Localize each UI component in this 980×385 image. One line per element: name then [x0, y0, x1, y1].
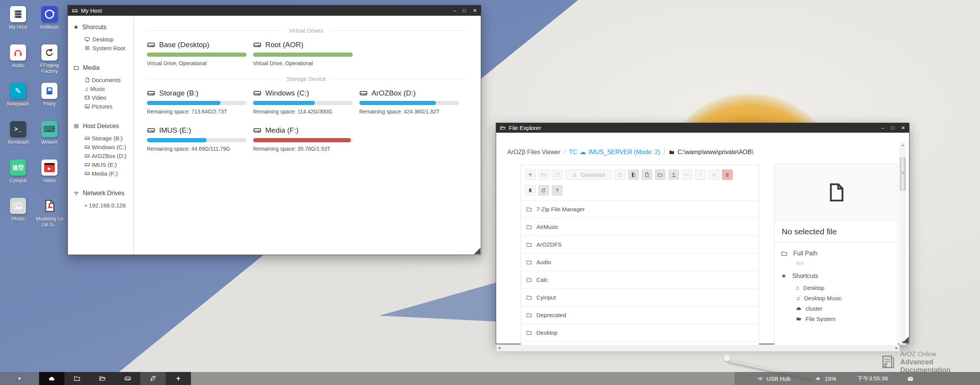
taskbar-cloud-button[interactable] [39, 372, 64, 385]
open-in-new-window-button[interactable] [552, 169, 562, 180]
drive-card-storage-b[interactable]: Storage (B:) Remaining space: 713.64G/2.… [147, 89, 253, 115]
file-row[interactable]: Cyinput [521, 289, 759, 306]
taskbar-collapse-button[interactable]: ▼ [0, 372, 39, 385]
mail-icon [907, 375, 914, 382]
drive-card-imus-e[interactable]: IMUS (E:) Remaining space: 44.69G/111.79… [147, 126, 253, 152]
shortcuts-row: ★ Shortcuts [774, 269, 898, 283]
desktop-icon-modeling-pdf[interactable]: Modeling Lo cal G... [34, 198, 65, 236]
drive-card-windows-c[interactable]: Windows (C:) Remaining space: 114.42G/30… [253, 89, 359, 115]
breadcrumb-server-link[interactable]: TC ☁ IMUS_SERVER (Mode: 2) [569, 148, 660, 156]
scrollbar-thumb[interactable] [900, 158, 906, 191]
horizontal-scrollbar[interactable]: ◀ ▶ [497, 345, 899, 351]
close-button[interactable]: ✕ [473, 8, 477, 13]
desktop-icon-cyinput[interactable]: 速型 Cyinput [2, 160, 34, 198]
taskbar-my-host-button[interactable] [115, 372, 140, 385]
file-row[interactable]: 7-Zip File Manager [521, 201, 759, 218]
folder-icon [526, 295, 532, 301]
my-host-titlebar[interactable]: My Host – □ ✕ [68, 5, 481, 16]
full-path-row: Full Path [774, 247, 898, 260]
drive-card-arozbox-d[interactable]: ArOZBox (D:) Remaining space: 424.36G/1.… [359, 89, 465, 115]
sidebar-item-imus-e[interactable]: IMUS (E:) [73, 160, 133, 169]
drive-card-media-f[interactable]: Media (F:) Remaining space: 35.78G/1.53T [253, 126, 359, 152]
file-explorer-titlebar[interactable]: File Explorer – □ ✕ [496, 123, 909, 133]
desktop-icon-filary[interactable]: Filary [34, 83, 65, 121]
sidebar-item-pictures[interactable]: Pictures [73, 102, 133, 111]
file-row[interactable]: Calc [521, 271, 759, 289]
sidebar-item-system-root[interactable]: System Root [73, 44, 133, 53]
usb-hub-indicator[interactable]: USB Hub [757, 375, 791, 382]
sidebar-item-music[interactable]: ♫ Music [73, 84, 133, 93]
sidebar-item-video[interactable]: Video [73, 93, 133, 102]
scroll-left-arrow[interactable]: ◀ [498, 346, 500, 350]
sidebar-item-storage-b[interactable]: Storage (B:) [73, 134, 133, 143]
taskbar-file-explorer-button[interactable] [90, 372, 115, 385]
section-divider-storage-device: Storage Device [147, 76, 465, 82]
clock[interactable]: 下午3:55:36 [857, 375, 888, 382]
desktop-icon-writera[interactable]: ⌨ WriterA [34, 121, 65, 160]
file-row[interactable]: Deprecated [521, 306, 759, 324]
desktop-icon-video[interactable]: ▶ Video [34, 160, 65, 198]
online-status-icon: ● [84, 202, 87, 208]
file-row[interactable]: Desktop [521, 324, 759, 342]
close-button[interactable]: ✕ [901, 125, 905, 131]
download-button[interactable]: Download [565, 169, 612, 180]
new-folder-button[interactable] [655, 169, 666, 180]
go-up-button[interactable] [525, 169, 536, 180]
sidebar-item-network-ip[interactable]: ● 192.168.0.126 [73, 201, 133, 210]
drive-status: Virtual Drive, Operational [147, 60, 253, 66]
desktop-icon-airmusic[interactable]: AirMusic [34, 6, 65, 44]
resize-grip[interactable] [474, 248, 480, 254]
messages-button[interactable] [907, 375, 914, 382]
shortcut-file-system[interactable]: File System [774, 314, 898, 324]
scroll-up-arrow[interactable]: ▲ [899, 142, 906, 148]
rename-button[interactable]: I [695, 169, 706, 180]
minimize-button[interactable]: – [881, 125, 884, 131]
open-button[interactable] [538, 169, 549, 180]
desktop-icon-photo[interactable]: Photo [2, 198, 34, 236]
drive-status: Remaining space: 424.36G/1.82T [359, 109, 465, 115]
shortcut-desktop-music[interactable]: ♫ Desktop Music [774, 293, 898, 303]
shortcut-cluster[interactable]: cluster [774, 303, 898, 314]
maximize-button[interactable]: □ [463, 8, 466, 13]
file-row[interactable]: ArOZDFS [521, 236, 759, 253]
delete-button[interactable] [722, 169, 733, 180]
volume-indicator[interactable]: 15% [815, 375, 836, 382]
vertical-scrollbar[interactable]: ▲ ▼ [899, 142, 906, 345]
desktop-icon-notepada[interactable]: ✎ NotepadA [2, 83, 34, 121]
desktop-icon-audio[interactable]: Audio [2, 44, 34, 83]
desktop-icon-ffmpeg-factory[interactable]: FFmpeg Factory [34, 44, 65, 83]
copy-button[interactable] [615, 169, 625, 180]
maximize-button[interactable]: □ [891, 125, 894, 131]
file-row[interactable]: Audio [521, 253, 759, 271]
resize-grip[interactable] [902, 337, 909, 343]
upload-button[interactable] [668, 169, 679, 180]
sidebar-item-media-f[interactable]: Media (F:) [73, 169, 133, 178]
taskbar-add-button[interactable]: + [166, 372, 191, 385]
paste-button[interactable] [628, 169, 639, 180]
desktop-icon-terminala[interactable]: >_ TerminalA [2, 121, 34, 160]
desktop-icon-my-host[interactable]: My Host [2, 6, 34, 44]
scroll-right-arrow[interactable]: ▶ [896, 346, 898, 350]
swap-button[interactable] [709, 169, 719, 180]
breadcrumb-path[interactable]: C:\wamp\www\private\AOB\ [669, 149, 753, 156]
minimize-button[interactable]: – [453, 8, 456, 13]
typewriter-icon: ⌨ [44, 125, 55, 134]
cut-button[interactable]: ✂ [682, 169, 692, 180]
sidebar-item-arozbox-d[interactable]: ArOZBox (D:) [73, 151, 133, 160]
sidebar-item-windows-c[interactable]: Windows (C:) [73, 143, 133, 151]
shortcut-desktop[interactable]: ⌂ Desktop [774, 283, 898, 293]
new-file-button[interactable] [641, 169, 652, 180]
drive-card-root[interactable]: Root (AOR) Virtual Drive, Operational [253, 41, 359, 66]
help-button[interactable]: ? [552, 185, 562, 196]
sidebar-item-documents[interactable]: Documents [73, 76, 133, 84]
file-row[interactable]: AirMusic [521, 218, 759, 236]
taskbar-leaf-button[interactable] [140, 372, 166, 385]
taskbar-folder-button[interactable] [64, 372, 90, 385]
drive-usage-bar [147, 53, 247, 57]
drive-card-base[interactable]: Base (Desktop) Virtual Drive, Operationa… [147, 41, 253, 66]
image-icon [84, 104, 90, 109]
sidebar-item-desktop[interactable]: Desktop [73, 35, 133, 44]
bookmark-button[interactable] [525, 185, 536, 196]
refresh-button[interactable] [538, 185, 549, 196]
desktop: ArOZ Online Advanced Documentation My Ho… [0, 0, 980, 385]
